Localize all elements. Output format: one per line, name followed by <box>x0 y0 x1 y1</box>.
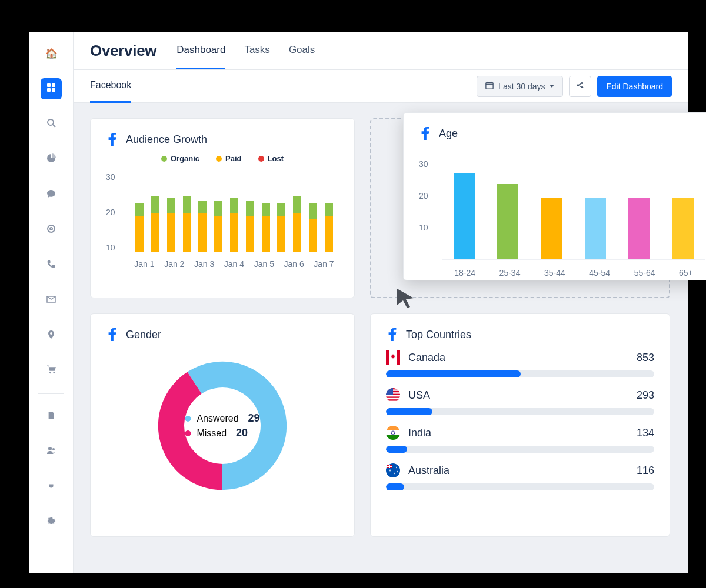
audience-growth-chart: 302010 Jan 1Jan 2Jan 3Jan 4Jan 5Jan 6Jan… <box>106 169 339 269</box>
sidebar-target[interactable] <box>41 219 62 240</box>
svg-rect-0 <box>47 83 51 87</box>
country-name: India <box>408 427 431 439</box>
edit-dashboard-button[interactable]: Edit Dashboard <box>597 76 672 97</box>
svg-point-8 <box>49 372 51 373</box>
progress-bar <box>386 446 654 453</box>
svg-point-10 <box>48 447 52 450</box>
country-name: Australia <box>408 465 449 477</box>
card-age[interactable]: Age 302010 18-2425-3435-4445-5455-6465+ <box>403 112 706 280</box>
card-title: Gender <box>106 328 339 341</box>
date-range-label: Last 30 days <box>498 82 545 91</box>
cart-icon <box>46 365 56 377</box>
progress-bar <box>386 370 654 377</box>
card-title-text: Audience Growth <box>126 133 207 146</box>
chat-icon <box>46 189 56 201</box>
home-icon: 🏠 <box>45 48 58 60</box>
svg-rect-22 <box>386 350 389 365</box>
svg-rect-35 <box>386 435 400 440</box>
sidebar-search[interactable] <box>41 113 62 135</box>
svg-line-5 <box>53 125 55 127</box>
sidebar-analytics[interactable] <box>41 149 62 170</box>
facebook-icon <box>106 133 119 146</box>
sidebar-chat[interactable] <box>41 184 62 205</box>
progress-bar <box>386 408 654 415</box>
legend-label-answered: Answered <box>197 413 238 424</box>
subheader: Facebook Last 30 days Edit Dashboard <box>74 70 688 103</box>
subtab-facebook[interactable]: Facebook <box>90 70 131 103</box>
header: Overview Dashboard Tasks Goals <box>74 32 688 70</box>
card-title-text: Age <box>439 128 458 140</box>
search-icon <box>46 118 56 131</box>
country-row: Australia 116 <box>386 463 654 490</box>
country-value: 293 <box>637 389 654 402</box>
svg-line-19 <box>580 83 582 85</box>
svg-point-18 <box>581 86 584 89</box>
legend-dot-lost <box>258 156 264 162</box>
legend-value-missed: 20 <box>236 427 248 439</box>
svg-line-20 <box>580 86 582 87</box>
location-icon <box>46 330 56 342</box>
flag-icon <box>386 463 400 477</box>
card-title: Age <box>419 127 705 140</box>
countries-list: Canada 853 USA 293 India 134 Australia 1… <box>386 350 654 490</box>
share-button[interactable] <box>569 76 591 97</box>
svg-point-17 <box>581 82 584 85</box>
legend-dot-organic <box>161 156 167 162</box>
legend-label-missed: Missed <box>197 428 227 439</box>
card-gender[interactable]: Gender Answered29 Missed20 <box>90 313 355 537</box>
share-icon <box>576 81 584 91</box>
sidebar-calls[interactable] <box>41 255 62 276</box>
phone-icon <box>46 259 56 272</box>
mail-icon <box>46 295 56 307</box>
svg-rect-12 <box>486 83 493 89</box>
flag-icon <box>386 350 400 365</box>
sidebar-files[interactable] <box>41 406 62 427</box>
caret-down-icon <box>550 85 554 88</box>
facebook-icon <box>419 127 432 140</box>
sidebar-integrations[interactable] <box>41 476 62 497</box>
card-title-text: Top Countries <box>406 329 471 341</box>
target-icon <box>46 224 56 236</box>
svg-point-6 <box>48 225 55 232</box>
svg-rect-33 <box>386 426 400 430</box>
legend-dot-missed <box>185 430 191 436</box>
date-range-picker[interactable]: Last 30 days <box>477 76 563 97</box>
gear-icon <box>47 516 56 528</box>
country-row: India 134 <box>386 426 654 453</box>
sidebar-dashboard[interactable] <box>41 78 62 99</box>
country-value: 116 <box>637 465 654 477</box>
legend-label-organic: Organic <box>171 154 199 163</box>
sidebar-home[interactable]: 🏠 <box>41 43 62 64</box>
flag-icon <box>386 388 400 402</box>
country-value: 134 <box>637 427 654 439</box>
legend-label-lost: Lost <box>268 154 284 163</box>
sidebar-mail[interactable] <box>41 290 62 311</box>
tab-tasks[interactable]: Tasks <box>244 32 269 69</box>
card-title-text: Gender <box>126 329 161 341</box>
sidebar-location[interactable] <box>41 325 62 346</box>
legend-dot-paid <box>216 156 222 162</box>
chart-bars <box>129 169 339 252</box>
svg-rect-29 <box>386 396 400 397</box>
sidebar: 🏠 <box>29 32 74 573</box>
svg-point-9 <box>53 372 55 373</box>
tab-dashboard[interactable]: Dashboard <box>176 32 225 69</box>
facebook-icon <box>386 328 399 341</box>
country-name: USA <box>408 389 430 402</box>
facebook-icon <box>106 328 119 341</box>
content-area: Audience Growth Organic Paid Lost 302010… <box>74 103 688 573</box>
sidebar-settings[interactable] <box>41 512 62 533</box>
progress-bar <box>386 483 654 490</box>
country-row: Canada 853 <box>386 350 654 377</box>
x-axis-labels: Jan 1Jan 2Jan 3Jan 4Jan 5Jan 6Jan 7 <box>129 252 339 269</box>
sidebar-divider <box>38 393 64 394</box>
y-axis: 302010 <box>419 148 442 260</box>
card-audience-growth[interactable]: Audience Growth Organic Paid Lost 302010… <box>90 118 355 298</box>
legend-dot-answered <box>185 416 191 422</box>
legend-label-paid: Paid <box>225 154 241 163</box>
sidebar-users[interactable] <box>41 441 62 462</box>
tab-goals[interactable]: Goals <box>289 32 315 69</box>
flag-icon <box>386 426 400 440</box>
card-top-countries[interactable]: Top Countries Canada 853 USA 293 India 1… <box>370 313 670 537</box>
sidebar-cart[interactable] <box>41 360 62 382</box>
